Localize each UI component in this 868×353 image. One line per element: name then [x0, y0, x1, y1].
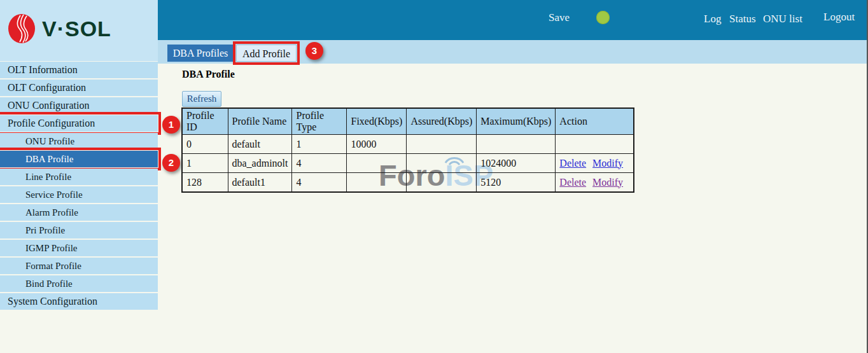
cell-profile-name: dba_adminolt	[228, 154, 292, 173]
delete-link[interactable]: Delete	[559, 177, 586, 188]
vsol-logo-icon	[8, 13, 37, 45]
sidebar-item-pri-profile[interactable]: Pri Profile	[0, 222, 158, 239]
cell-profile-id: 128	[182, 173, 228, 193]
dba-profile-table: Profile ID Profile Name Profile Type Fix…	[181, 107, 634, 193]
status-indicator-icon	[596, 11, 610, 24]
nav-status[interactable]: Status	[729, 13, 756, 25]
sidebar-item-dba-profile[interactable]: DBA Profile	[0, 151, 158, 167]
cell-profile-name: default	[228, 135, 292, 154]
cell-maximum: 5120	[477, 173, 556, 193]
annotation-badge-2: 2	[162, 154, 180, 172]
col-fixed: Fixed(Kbps)	[347, 108, 407, 135]
cell-profile-id: 0	[182, 135, 228, 154]
cell-profile-type: 4	[292, 154, 347, 173]
sidebar-item-onu-profile[interactable]: ONU Profile	[0, 133, 158, 149]
cell-fixed: 10000	[347, 135, 407, 154]
logo-panel: V·SOL	[0, 0, 158, 61]
nav-logout[interactable]: Logout	[823, 11, 855, 24]
sidebar-item-alarm-profile[interactable]: Alarm Profile	[0, 204, 158, 221]
table-row: 0 default 1 10000	[182, 135, 634, 154]
sidebar-item-profile-configuration[interactable]: Profile Configuration	[0, 115, 158, 132]
cell-assured	[407, 173, 477, 193]
sidebar-item-line-profile[interactable]: Line Profile	[0, 169, 158, 185]
sidebar-item-olt-configuration[interactable]: OLT Configuration	[0, 80, 158, 96]
table-row: 128 default1 4 5120 DeleteModify	[182, 173, 634, 193]
cell-profile-type: 1	[292, 135, 347, 154]
tab-dba-profiles[interactable]: DBA Profiles	[167, 45, 234, 62]
modify-link[interactable]: Modify	[592, 177, 623, 188]
table-header-row: Profile ID Profile Name Profile Type Fix…	[182, 108, 634, 135]
sidebar-item-service-profile[interactable]: Service Profile	[0, 186, 158, 203]
col-profile-type: Profile Type	[292, 108, 347, 135]
col-action: Action	[556, 108, 634, 135]
refresh-button[interactable]: Refresh	[182, 91, 221, 107]
tab-strip: DBA Profiles Add Profile	[158, 40, 868, 64]
sidebar-item-olt-information[interactable]: OLT Information	[0, 62, 158, 78]
sidebar-item-bind-profile[interactable]: Bind Profile	[0, 275, 158, 292]
sidebar-item-onu-configuration[interactable]: ONU Configuration	[0, 97, 158, 114]
annotation-badge-1: 1	[162, 116, 180, 134]
vsol-logo: V·SOL	[8, 13, 111, 45]
delete-link[interactable]: Delete	[559, 158, 586, 169]
top-bar: Save Log Status ONU list Logout	[158, 0, 868, 40]
cell-profile-type: 4	[292, 173, 347, 193]
page-title: DBA Profile	[182, 69, 235, 80]
tab-add-profile[interactable]: Add Profile	[236, 45, 297, 62]
col-profile-id: Profile ID	[182, 108, 228, 135]
brand-name: V·SOL	[42, 17, 111, 41]
sidebar-item-system-configuration[interactable]: System Configuration	[0, 293, 158, 310]
cell-fixed	[347, 154, 407, 173]
col-maximum: Maximum(Kbps)	[477, 108, 556, 135]
cell-profile-name: default1	[228, 173, 292, 193]
col-assured: Assured(Kbps)	[407, 108, 477, 135]
cell-action: DeleteModify	[556, 154, 634, 173]
nav-onu-list[interactable]: ONU list	[763, 13, 802, 25]
cell-profile-id: 1	[182, 154, 228, 173]
cell-maximum	[477, 135, 556, 154]
cell-action: DeleteModify	[556, 173, 634, 193]
table-row: 1 dba_adminolt 4 1024000 DeleteModify	[182, 154, 634, 173]
col-profile-name: Profile Name	[228, 108, 292, 135]
cell-assured	[407, 135, 477, 154]
sidebar: OLT Information OLT Configuration ONU Co…	[0, 62, 158, 311]
nav-log[interactable]: Log	[704, 13, 721, 25]
modify-link[interactable]: Modify	[592, 158, 623, 169]
sidebar-item-format-profile[interactable]: Format Profile	[0, 258, 158, 274]
sidebar-item-igmp-profile[interactable]: IGMP Profile	[0, 240, 158, 256]
annotation-badge-3: 3	[305, 42, 323, 60]
save-button[interactable]: Save	[549, 11, 570, 24]
cell-assured	[407, 154, 477, 173]
cell-maximum: 1024000	[477, 154, 556, 173]
cell-action	[556, 135, 634, 154]
cell-fixed	[347, 173, 407, 193]
